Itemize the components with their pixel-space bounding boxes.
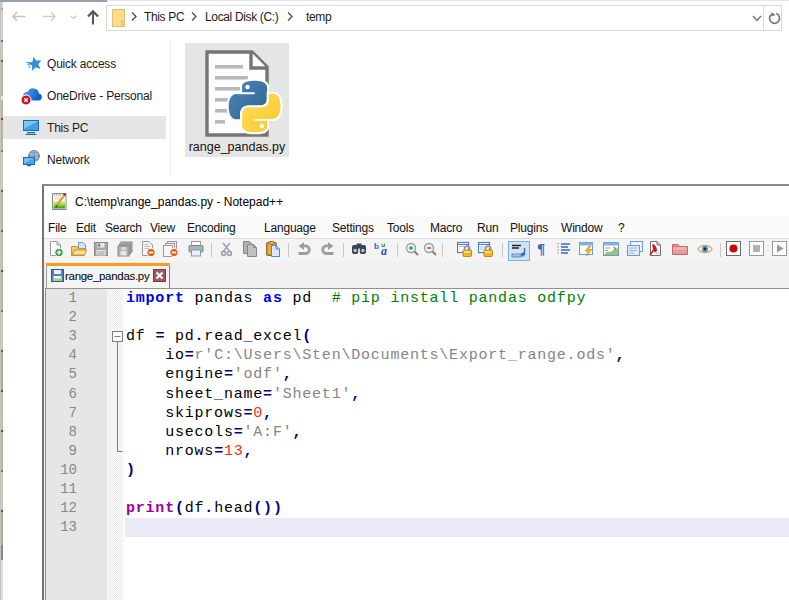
svg-text:b: b — [374, 241, 379, 251]
svg-text:a: a — [381, 244, 387, 257]
svg-text:¶: ¶ — [537, 241, 545, 257]
